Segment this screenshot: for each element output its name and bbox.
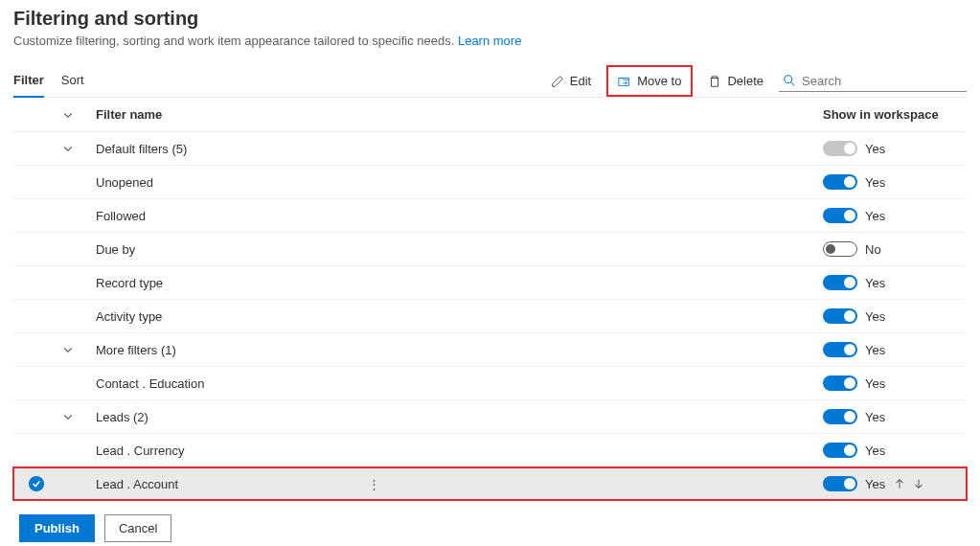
table-row[interactable]: Record type Yes (13, 266, 967, 300)
description-text: Customize filtering, sorting and work it… (13, 34, 454, 48)
filter-item-name: Record type (86, 276, 823, 290)
toggle-switch[interactable] (823, 443, 857, 458)
filter-item-name: Lead . Account⋮ (86, 477, 823, 491)
column-show-in-workspace: Show in workspace (823, 107, 957, 122)
toggle-switch[interactable] (823, 342, 857, 357)
filter-item-name: Unopened (86, 175, 823, 190)
more-options-icon[interactable]: ⋮ (360, 477, 388, 491)
delete-button[interactable]: Delete (700, 69, 771, 93)
move-to-button[interactable]: Move to (610, 69, 689, 93)
filter-group-name: Leads (2) (86, 410, 823, 424)
filter-item-name: Followed (86, 209, 823, 223)
header-chevron[interactable] (50, 109, 86, 121)
cancel-button[interactable]: Cancel (104, 514, 171, 542)
filter-group-name: Default filters (5) (86, 142, 823, 156)
edit-button[interactable]: Edit (543, 69, 599, 93)
column-filter-name: Filter name (86, 107, 823, 122)
table-row[interactable]: Default filters (5) Yes (13, 132, 967, 166)
svg-point-1 (785, 76, 792, 83)
search-input[interactable] (802, 74, 963, 88)
pencil-icon (551, 75, 564, 88)
table-row[interactable]: Lead . Account⋮ Yes (13, 467, 967, 501)
toggle-label: Yes (865, 410, 885, 424)
toggle-switch[interactable] (823, 241, 857, 257)
check-circle-icon[interactable] (29, 476, 44, 491)
toggle-label: No (865, 242, 881, 257)
search-input-wrap[interactable] (779, 71, 967, 92)
edit-label: Edit (570, 74, 591, 88)
toggle-switch[interactable] (823, 208, 857, 223)
chevron-down-icon[interactable] (50, 344, 86, 355)
toggle-switch[interactable] (823, 275, 857, 290)
move-to-label: Move to (637, 74, 681, 88)
trash-icon (708, 75, 721, 88)
toggle-label: Yes (865, 276, 885, 290)
learn-more-link[interactable]: Learn more (458, 34, 521, 48)
search-icon (783, 74, 796, 87)
filter-item-name: Lead . Currency (86, 444, 823, 458)
move-to-icon (618, 75, 631, 88)
table-row[interactable]: Leads (2) Yes (13, 400, 967, 434)
toggle-label: Yes (865, 175, 885, 190)
publish-button[interactable]: Publish (19, 514, 95, 542)
table-row[interactable]: Followed Yes (13, 199, 967, 233)
toggle-label: Yes (865, 376, 885, 391)
toggle-switch[interactable] (823, 174, 857, 190)
chevron-down-icon[interactable] (50, 143, 86, 154)
move-up-icon[interactable] (893, 477, 906, 490)
tab-sort[interactable]: Sort (61, 65, 84, 97)
highlight-move-to: Move to (606, 65, 693, 97)
page-title: Filtering and sorting (13, 8, 967, 30)
chevron-down-icon[interactable] (50, 411, 86, 422)
tab-filter[interactable]: Filter (13, 65, 44, 97)
filter-item-name: Contact . Education (86, 376, 823, 391)
toggle-switch[interactable] (823, 409, 857, 424)
toggle-label: Yes (865, 309, 885, 324)
delete-label: Delete (727, 74, 763, 88)
toggle-switch (823, 141, 857, 156)
toggle-switch[interactable] (823, 375, 857, 391)
move-down-icon[interactable] (912, 477, 925, 490)
table-header: Filter name Show in workspace (13, 98, 967, 132)
table-row[interactable]: Activity type Yes (13, 300, 967, 333)
toggle-switch[interactable] (823, 476, 857, 491)
toggle-label: Yes (865, 209, 885, 223)
filter-item-name: Activity type (86, 309, 823, 324)
toggle-switch[interactable] (823, 308, 857, 324)
page-description: Customize filtering, sorting and work it… (13, 34, 967, 48)
table-row[interactable]: Due by No (13, 233, 967, 266)
table-row[interactable]: Contact . Education Yes (13, 367, 967, 400)
filter-group-name: More filters (1) (86, 343, 823, 357)
toggle-label: Yes (865, 444, 885, 458)
toggle-label: Yes (865, 477, 885, 491)
table-row[interactable]: More filters (1) Yes (13, 333, 967, 367)
toggle-label: Yes (865, 343, 885, 357)
filter-item-name: Due by (86, 242, 823, 257)
table-row[interactable]: Unopened Yes (13, 166, 967, 199)
table-row[interactable]: Lead . Currency Yes (13, 434, 967, 467)
toggle-label: Yes (865, 142, 885, 156)
